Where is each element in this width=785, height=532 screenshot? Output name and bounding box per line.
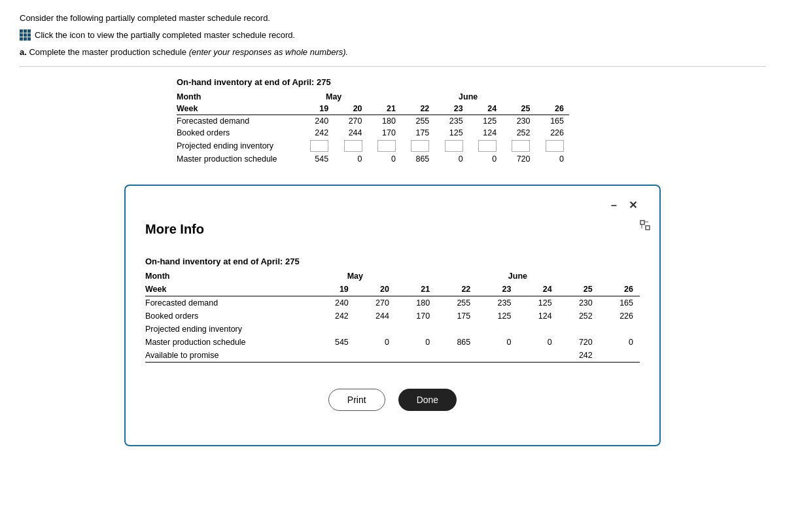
outer-table-section: On-hand inventory at end of April: 275 M… — [177, 77, 765, 165]
cell: 226 — [535, 127, 569, 139]
outer-th-w23: 23 — [434, 103, 468, 115]
modal-th-w21: 21 — [396, 283, 436, 296]
intro-text-1: Consider the following partially complet… — [20, 13, 765, 23]
modal-cell: 226 — [599, 310, 640, 323]
modal-cell — [559, 323, 599, 336]
modal-table-title: On-hand inventory at end of April: 275 — [145, 257, 640, 266]
intro-text-2: Click the icon to view the partially com… — [35, 30, 295, 40]
modal-cell: 175 — [436, 310, 477, 323]
done-button[interactable]: Done — [398, 389, 457, 411]
row-label-mps: Master production schedule — [177, 153, 300, 165]
modal-cell: 0 — [396, 336, 436, 349]
outer-th-w19: 19 — [300, 103, 334, 115]
outer-th-w22: 22 — [401, 103, 434, 115]
modal-cell: 244 — [355, 310, 396, 323]
modal-footer: Print Done — [145, 389, 640, 411]
modal-cell — [436, 323, 477, 336]
cell: 180 — [368, 115, 401, 128]
modal-topbar: – ✕ — [145, 199, 640, 211]
modal-cell: 252 — [559, 310, 599, 323]
print-button[interactable]: Print — [328, 389, 385, 411]
row-label-projected: Projected ending inventory — [177, 139, 300, 153]
outer-th-may: May — [300, 91, 368, 103]
modal-row-label-booked: Booked orders — [145, 310, 315, 323]
modal-cell: 125 — [517, 296, 558, 310]
cell: 0 — [535, 153, 569, 165]
modal-row-label-mps: Master production schedule — [145, 336, 315, 349]
outer-schedule-table: Month May June Week 19 20 21 22 23 24 25… — [177, 91, 569, 165]
modal-cell-atp — [517, 349, 558, 363]
modal-th-may2 — [396, 270, 477, 283]
modal-cell: 124 — [517, 310, 558, 323]
modal-title: More Info — [145, 222, 640, 237]
modal-th-june: June — [477, 270, 558, 283]
modal-th-w24: 24 — [517, 283, 558, 296]
modal-cell — [599, 323, 640, 336]
cell: 175 — [401, 127, 434, 139]
modal-cell — [355, 323, 396, 336]
modal-th-june2 — [559, 270, 640, 283]
cell: 165 — [535, 115, 569, 128]
modal-cell: 242 — [315, 310, 355, 323]
cell-input[interactable] — [401, 139, 434, 153]
svg-rect-0 — [640, 221, 644, 224]
row-label-forecast: Forecasted demand — [177, 115, 300, 128]
modal-th-month-label: Month — [145, 270, 315, 283]
modal-cell: 0 — [517, 336, 558, 349]
row-label-booked: Booked orders — [177, 127, 300, 139]
modal-th-w20: 20 — [355, 283, 396, 296]
modal-cell: 255 — [436, 296, 477, 310]
table-row: Projected ending inventory — [177, 139, 569, 153]
modal-table-row-atp: Available to promise 242 — [145, 349, 640, 363]
cell-input[interactable] — [368, 139, 401, 153]
outer-th-w21: 21 — [368, 103, 401, 115]
cell: 244 — [334, 127, 367, 139]
modal-table-row: Forecasted demand 240 270 180 255 235 12… — [145, 296, 640, 310]
modal-cell-atp — [355, 349, 396, 363]
cell: 865 — [401, 153, 434, 165]
cell: 0 — [368, 153, 401, 165]
modal-th-w22: 22 — [436, 283, 477, 296]
modal-table-row: Projected ending inventory — [145, 323, 640, 336]
modal-cell: 170 — [396, 310, 436, 323]
svg-rect-1 — [646, 226, 650, 230]
outer-th-week: Week — [177, 103, 300, 115]
modal-cell: 0 — [355, 336, 396, 349]
modal-cell-atp — [436, 349, 477, 363]
cell: 125 — [468, 115, 502, 128]
cell: 125 — [434, 127, 468, 139]
minimize-button[interactable]: – — [608, 200, 619, 211]
expand-icon[interactable] — [640, 220, 650, 232]
modal-cell: 865 — [436, 336, 477, 349]
question-label-a: a. Complete the master production schedu… — [20, 47, 765, 57]
modal-th-w23: 23 — [477, 283, 517, 296]
outer-th-may2 — [368, 91, 435, 103]
outer-th-june2 — [502, 91, 569, 103]
modal-cell: 125 — [477, 310, 517, 323]
cell-input[interactable] — [334, 139, 367, 153]
cell: 242 — [300, 127, 334, 139]
modal-cell — [477, 323, 517, 336]
cell: 270 — [334, 115, 367, 128]
cell-input[interactable] — [434, 139, 468, 153]
modal-row-label-projected: Projected ending inventory — [145, 323, 315, 336]
close-button[interactable]: ✕ — [626, 199, 640, 211]
cell-input[interactable] — [502, 139, 535, 153]
cell: 0 — [468, 153, 502, 165]
modal-cell: 0 — [477, 336, 517, 349]
icon-link-row[interactable]: Click the icon to view the partially com… — [20, 29, 765, 41]
modal-row-label-forecast: Forecasted demand — [145, 296, 315, 310]
modal-cell — [396, 323, 436, 336]
modal-cell: 165 — [599, 296, 640, 310]
modal-cell: 545 — [315, 336, 355, 349]
cell-input[interactable] — [300, 139, 334, 153]
cell-input[interactable] — [468, 139, 502, 153]
modal-th-w25: 25 — [559, 283, 599, 296]
modal-table-row: Booked orders 242 244 170 175 125 124 25… — [145, 310, 640, 323]
cell: 545 — [300, 153, 334, 165]
modal-cell: 0 — [599, 336, 640, 349]
modal-th-week: Week — [145, 283, 315, 296]
outer-th-w20: 20 — [334, 103, 367, 115]
modal-th-w19: 19 — [315, 283, 355, 296]
cell-input[interactable] — [535, 139, 569, 153]
